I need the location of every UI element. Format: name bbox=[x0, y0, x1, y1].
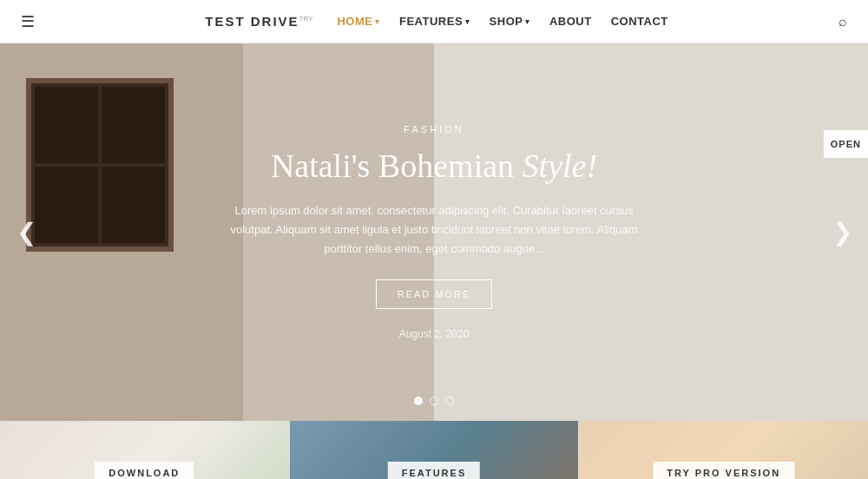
card-try-pro: TRY PRO VERSION bbox=[578, 421, 868, 479]
cards-section: DOWNLOAD FEATURES TRY PRO VERSION bbox=[0, 421, 868, 479]
features-button[interactable]: FEATURES bbox=[388, 462, 480, 479]
main-nav: HOME ▾ FEATURES ▾ SHOP ▾ ABOUT CONTACT bbox=[337, 15, 667, 28]
card-features: FEATURES bbox=[289, 421, 579, 479]
read-more-button[interactable]: READ MORE bbox=[376, 279, 493, 309]
chevron-down-icon: ▾ bbox=[375, 17, 380, 26]
search-icon[interactable]: ⌕ bbox=[838, 14, 847, 30]
slide-dot-3[interactable] bbox=[445, 397, 454, 405]
nav-item-features[interactable]: FEATURES ▾ bbox=[399, 15, 470, 28]
slide-dot-2[interactable] bbox=[430, 397, 438, 405]
hero-window bbox=[26, 78, 174, 252]
try-pro-button[interactable]: TRY PRO VERSION bbox=[653, 462, 794, 479]
logo-sup: TRY bbox=[299, 15, 313, 23]
hero-window-inner bbox=[31, 83, 168, 246]
chevron-down-icon: ▾ bbox=[465, 17, 470, 26]
prev-slide-button[interactable]: ❮ bbox=[9, 215, 43, 250]
hero-title: Natali's Bohemian Style! bbox=[226, 147, 642, 187]
logo[interactable]: TEST DRIVETRY bbox=[205, 14, 312, 29]
nav-item-shop[interactable]: SHOP ▾ bbox=[490, 15, 530, 28]
nav-item-about[interactable]: ABOUT bbox=[549, 15, 592, 28]
header-center: TEST DRIVETRY HOME ▾ FEATURES ▾ SHOP ▾ A… bbox=[205, 14, 667, 29]
hero-category: FASHION bbox=[226, 124, 642, 135]
hero-window-pane bbox=[35, 87, 98, 163]
hero-section: OPEN ❮ FASHION Natali's Bohemian Style! … bbox=[0, 43, 868, 421]
hamburger-icon[interactable]: ☰ bbox=[21, 12, 35, 31]
card-download: DOWNLOAD bbox=[0, 421, 289, 479]
nav-item-contact[interactable]: CONTACT bbox=[611, 15, 668, 28]
hero-date: August 2, 2020 bbox=[226, 328, 642, 340]
download-button[interactable]: DOWNLOAD bbox=[95, 462, 194, 479]
hero-content: FASHION Natali's Bohemian Style! Lorem i… bbox=[208, 107, 660, 358]
hero-window-pane bbox=[35, 167, 98, 243]
slide-dots bbox=[414, 397, 454, 405]
nav-item-home[interactable]: HOME ▾ bbox=[337, 15, 380, 28]
open-panel-button[interactable]: OPEN bbox=[824, 130, 868, 158]
slide-dot-1[interactable] bbox=[414, 397, 423, 405]
next-slide-button[interactable]: ❯ bbox=[825, 215, 859, 250]
header: ☰ TEST DRIVETRY HOME ▾ FEATURES ▾ SHOP ▾… bbox=[0, 0, 868, 43]
hero-window-pane bbox=[102, 167, 165, 243]
chevron-down-icon: ▾ bbox=[525, 17, 530, 26]
header-left: ☰ bbox=[21, 12, 35, 31]
hero-window-pane bbox=[102, 87, 165, 163]
hero-description: Lorem ipsum dolor sit amet, consectetur … bbox=[226, 201, 642, 259]
